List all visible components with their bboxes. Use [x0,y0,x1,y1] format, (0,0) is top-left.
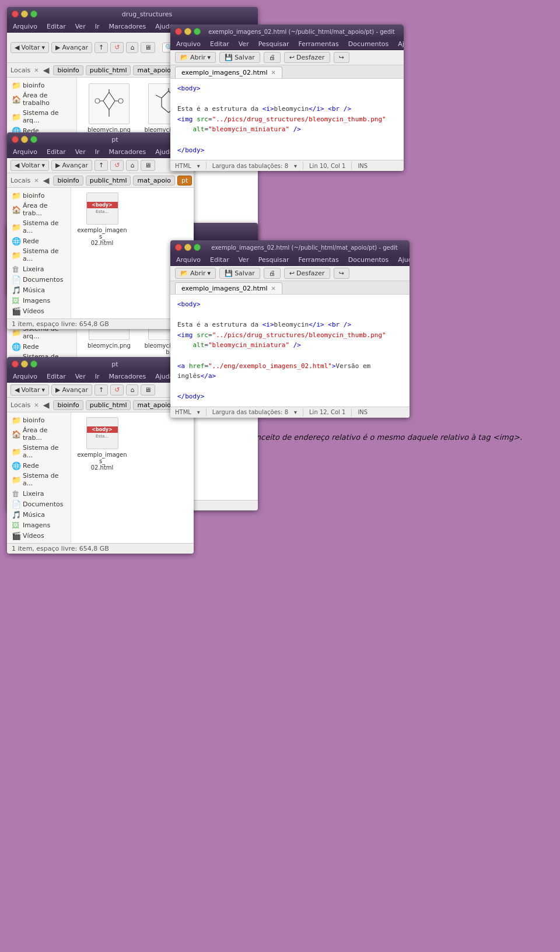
pt-b-locais-close[interactable]: ✕ [34,402,38,408]
maximize-button-gedit[interactable] [194,28,201,35]
pt-sb-b-desktop[interactable]: 🏠 Área de trab... [7,425,71,443]
gedit-menu-ferramentas[interactable]: Ferramentas [297,40,340,48]
sidebar-item-desktop[interactable]: 🏠 Área de trabalho [7,90,76,108]
locais-close[interactable]: ✕ [34,67,38,74]
pt-up-button[interactable]: ↑ [94,160,108,171]
pt-computer-button[interactable]: 🖥 [141,160,155,171]
pt-forward-button[interactable]: ▶Avançar [51,160,92,171]
pt-bc-public-html[interactable]: public_html [86,176,131,186]
pt-b-menu-ir[interactable]: Ir [94,372,101,381]
pt-menu-ver[interactable]: Ver [74,148,87,156]
gedit-tab-exemplo-b[interactable]: exemplo_imagens_02.html ✕ [175,282,282,294]
gedit-content-top[interactable]: <body> Esta é a estrutura da <i>bleomyci… [170,79,404,160]
pt-sb-b-net[interactable]: 🌐 Rede [7,460,71,471]
pt-b-menu-editar[interactable]: Editar [46,372,67,381]
pt-sidebar-trash[interactable]: 🗑 Lixeira [7,264,71,274]
window-controls[interactable] [12,10,37,18]
pt-menu-ir[interactable]: Ir [94,148,101,156]
pt-sb-b-fs1[interactable]: 📁 Sistema de a... [7,443,71,460]
bc-bioinfo[interactable]: bioinfo [53,65,83,75]
pt-sb-b-fs2[interactable]: 📁 Sistema de a... [7,471,71,488]
gedit-open-button-b[interactable]: 📂 Abrir ▾ [175,268,216,279]
maximize-button-pt[interactable] [30,136,37,143]
menu-editar[interactable]: Editar [46,22,67,31]
pt-b-bc-mat-apoio[interactable]: mat_apoio [133,400,175,410]
pt-b-home-button[interactable]: ⌂ [126,384,138,396]
minimize-button-pt-b[interactable] [21,360,28,368]
tab-close-b[interactable]: ✕ [271,285,276,292]
close-button-pt-b[interactable] [12,360,19,368]
pt-locais-close[interactable]: ✕ [34,177,38,184]
gedit-b-menu-pesquisar[interactable]: Pesquisar [257,256,290,264]
gedit-b-menu-arquivo[interactable]: Arquivo [175,256,202,264]
pt-b-reload-button[interactable]: ↺ [110,384,124,396]
pt-bc-pt[interactable]: pt [177,176,192,186]
pt-b-back-button[interactable]: ◀Voltar▾ [10,384,49,396]
gedit-menu-ajuda[interactable]: Ajuda [397,40,404,48]
pt-b-menu-ver[interactable]: Ver [74,372,87,381]
maximize-button-gedit-b[interactable] [194,244,201,251]
close-button-gedit-b[interactable] [175,244,182,251]
pt-b-menu-arquivo[interactable]: Arquivo [12,372,38,381]
minimize-button-gedit-b[interactable] [184,244,191,251]
pt-b-bc-arrow[interactable]: ◀ [41,400,51,410]
gedit-redo-button[interactable]: ↪ [334,52,349,63]
sidebar-item-fs1[interactable]: 📁 Sistema de arq... [7,108,76,125]
maximize-button-pt-b[interactable] [30,360,37,368]
tab-close[interactable]: ✕ [271,69,276,76]
gedit-print-button[interactable]: 🖨 [264,52,281,63]
sb-net-b[interactable]: 🌐 Rede [7,341,76,352]
bc-back-arrow[interactable]: ◀ [41,65,51,75]
close-button[interactable] [12,10,19,18]
gedit-save-button[interactable]: 💾 Salvar [219,52,260,63]
close-button-gedit[interactable] [175,28,182,35]
pt-bc-arrow[interactable]: ◀ [41,175,51,186]
gedit-menu-documentos[interactable]: Documentos [347,40,390,48]
gedit-redo-button-b[interactable]: ↪ [334,268,349,279]
pt-menu-marcadores[interactable]: Marcadores [107,148,147,156]
pt-sidebar-docs[interactable]: 📄 Documentos [7,274,71,285]
pt-sb-b-trash[interactable]: 🗑 Lixeira [7,488,71,499]
computer-button[interactable]: 🖥 [141,42,155,53]
gedit-b-menu-ajuda[interactable]: Ajuda [397,256,410,264]
pt-sb-b-videos[interactable]: 🎬 Vídeos [7,530,71,541]
minimize-button[interactable] [21,10,28,18]
sidebar-item-bioinfo[interactable]: 📁 bioinfo [7,80,76,90]
gedit-b-menu-documentos[interactable]: Documentos [347,256,390,264]
minimize-button-gedit[interactable] [184,28,191,35]
reload-button[interactable]: ↺ [110,42,124,53]
pt-b-bc-bioinfo[interactable]: bioinfo [53,400,83,410]
window-controls-gedit[interactable] [175,28,201,35]
pt-bc-mat-apoio[interactable]: mat_apoio [133,176,175,186]
pt-bc-bioinfo[interactable]: bioinfo [53,176,83,186]
pt-sidebar-bioinfo[interactable]: 📁 bioinfo [7,190,71,201]
pt-sidebar-images[interactable]: 🖼 Imagens [7,295,71,306]
gedit-tab-exemplo[interactable]: exemplo_imagens_02.html ✕ [175,66,282,78]
gedit-menu-ver[interactable]: Ver [237,40,250,48]
pt-b-menu-marcadores[interactable]: Marcadores [107,372,147,381]
menu-arquivo[interactable]: Arquivo [12,22,38,31]
pt-file-exemplo-b[interactable]: <body> Esta... exemplo_imagens_02.html [76,417,128,471]
gedit-undo-button[interactable]: ↩ Desfazer [284,52,330,63]
up-button[interactable]: ↑ [94,42,108,53]
gedit-undo-button-b[interactable]: ↩ Desfazer [284,268,330,279]
close-button-pt[interactable] [12,136,19,143]
gedit-b-menu-editar[interactable]: Editar [209,256,230,264]
menu-marcadores[interactable]: Marcadores [107,22,147,31]
pt-sb-b-music[interactable]: 🎵 Música [7,509,71,520]
pt-sidebar-fs1[interactable]: 📁 Sistema de a... [7,218,71,236]
pt-sidebar-net[interactable]: 🌐 Rede [7,236,71,246]
gedit-print-button-b[interactable]: 🖨 [264,268,281,279]
forward-button[interactable]: ▶Avançar [51,42,92,53]
pt-b-bc-public-html[interactable]: public_html [86,400,131,410]
pt-sb-b-images[interactable]: 🖼 Imagens [7,520,71,530]
pt-sidebar-fs2[interactable]: 📁 Sistema de a... [7,246,71,264]
window-controls-pt[interactable] [12,136,37,143]
pt-sidebar-desktop[interactable]: 🏠 Área de trab... [7,201,71,218]
window-controls-gedit-b[interactable] [175,244,201,251]
pt-sidebar-videos[interactable]: 🎬 Vídeos [7,306,71,316]
gedit-content-bottom[interactable]: <body> Esta é a estrutura da <i>bleomyci… [170,295,410,407]
menu-ver[interactable]: Ver [74,22,87,31]
gedit-save-button-b[interactable]: 💾 Salvar [219,268,260,279]
pt-b-up-button[interactable]: ↑ [94,384,108,396]
